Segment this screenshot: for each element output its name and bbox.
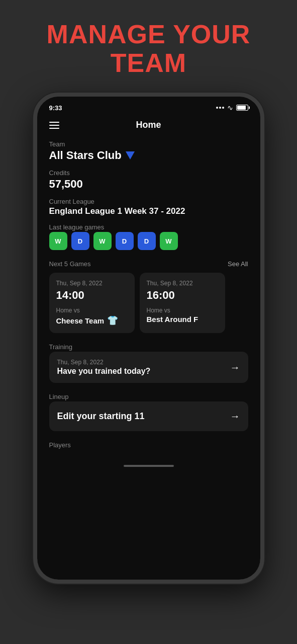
signal-dots-icon bbox=[216, 107, 224, 109]
game-result-badge: W bbox=[93, 232, 112, 250]
home-indicator bbox=[124, 465, 174, 467]
game-card-opponent: Best Around F bbox=[147, 315, 218, 324]
game-card[interactable]: Thu, Sep 8, 2022 16:00 Home vs Best Arou… bbox=[140, 273, 225, 333]
opponent-name: Best Around F bbox=[147, 315, 199, 324]
game-card-time: 14:00 bbox=[56, 289, 128, 302]
league-label: Current League bbox=[49, 198, 248, 205]
players-label: Players bbox=[49, 441, 248, 449]
content: Team All Stars Club Credits 57,500 Curre… bbox=[37, 136, 260, 461]
credits-label: Credits bbox=[49, 169, 248, 177]
team-badge-icon bbox=[126, 151, 135, 159]
game-card-time: 16:00 bbox=[147, 289, 218, 302]
game-result-badge: W bbox=[160, 232, 178, 250]
lineup-card[interactable]: Edit your starting 11 → bbox=[49, 401, 248, 431]
league-name: England League 1 Week 37 - 2022 bbox=[49, 206, 248, 216]
nav-bar: Home bbox=[37, 116, 260, 136]
training-label: Training bbox=[49, 343, 248, 351]
training-title: Have you trained today? bbox=[57, 367, 151, 376]
lineup-label: Lineup bbox=[49, 393, 248, 400]
games-scroll: Thu, Sep 8, 2022 14:00 Home vs Cheese Te… bbox=[49, 273, 248, 333]
training-section: Training Thu, Sep 8, 2022 Have you train… bbox=[49, 343, 248, 383]
credits-value: 57,500 bbox=[49, 178, 248, 191]
last-games-row: WDWDDW bbox=[49, 232, 248, 250]
training-card[interactable]: Thu, Sep 8, 2022 Have you trained today?… bbox=[49, 352, 248, 383]
last-games-label: Last league games bbox=[49, 223, 248, 231]
phone-screen: 9:33 ∿ Home Team All St bbox=[37, 97, 260, 580]
team-name: All Stars Club bbox=[49, 149, 122, 162]
wifi-icon: ∿ bbox=[227, 104, 233, 112]
game-result-badge: D bbox=[71, 232, 89, 250]
lineup-arrow-icon: → bbox=[230, 411, 240, 422]
game-card-venue: Home vs bbox=[147, 307, 218, 314]
training-date: Thu, Sep 8, 2022 bbox=[57, 359, 151, 366]
hamburger-menu-button[interactable] bbox=[49, 122, 59, 129]
see-all-button[interactable]: See All bbox=[228, 260, 248, 268]
training-card-left: Thu, Sep 8, 2022 Have you trained today? bbox=[57, 359, 151, 376]
game-result-badge: W bbox=[49, 232, 67, 250]
opponent-name: Cheese Team bbox=[56, 316, 105, 325]
next-games-section-header: Next 5 Games See All bbox=[49, 260, 248, 268]
phone-wrapper: 9:33 ∿ Home Team All St bbox=[33, 93, 264, 584]
team-label: Team bbox=[49, 140, 248, 148]
shirt-icon: 👕 bbox=[107, 315, 118, 326]
training-arrow-icon: → bbox=[230, 362, 240, 373]
team-name-row: All Stars Club bbox=[49, 149, 248, 162]
game-result-badge: D bbox=[138, 232, 156, 250]
next-games-label: Next 5 Games bbox=[49, 260, 91, 268]
status-icons: ∿ bbox=[216, 104, 248, 112]
game-card[interactable]: Thu, Sep 8, 2022 14:00 Home vs Cheese Te… bbox=[49, 273, 135, 333]
nav-title: Home bbox=[59, 120, 238, 130]
status-time: 9:33 bbox=[49, 104, 62, 112]
battery-icon bbox=[236, 105, 248, 111]
status-bar: 9:33 ∿ bbox=[37, 97, 260, 116]
lineup-section: Lineup Edit your starting 11 → bbox=[49, 393, 248, 431]
bottom-bar bbox=[37, 461, 260, 469]
game-card-date: Thu, Sep 8, 2022 bbox=[147, 280, 218, 287]
hero-title: MANAGE YOUR TEAM bbox=[47, 20, 251, 77]
game-card-opponent: Cheese Team 👕 bbox=[56, 315, 128, 326]
game-card-date: Thu, Sep 8, 2022 bbox=[56, 280, 128, 287]
game-result-badge: D bbox=[116, 232, 134, 250]
lineup-title: Edit your starting 11 bbox=[57, 411, 145, 422]
game-card-venue: Home vs bbox=[56, 307, 128, 314]
